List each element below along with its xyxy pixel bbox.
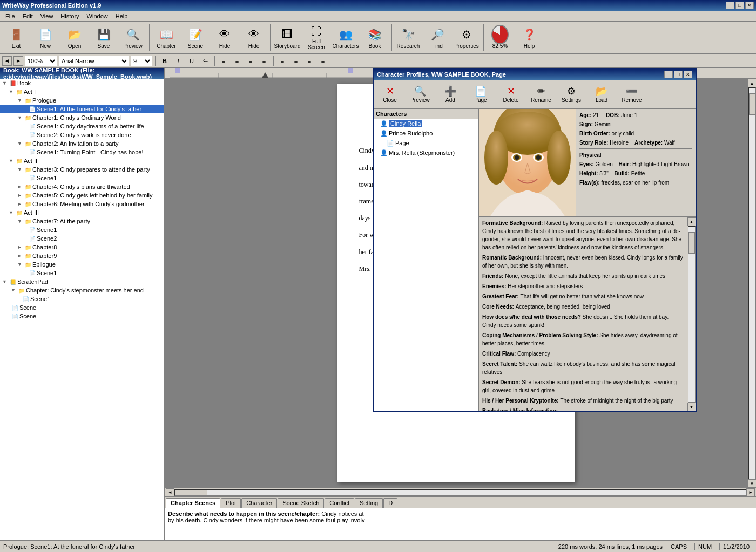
tab-setting[interactable]: Setting [355, 498, 383, 508]
nav-left-button[interactable]: ◄ [2, 56, 12, 66]
properties-button[interactable]: ⚙ Properties [453, 23, 481, 52]
char-list-panel[interactable]: Characters 👤 Cindy Rella 👤 Prince Rudolp… [374, 109, 479, 411]
exit-button[interactable]: 🚪 Exit [2, 23, 30, 52]
tab-character[interactable]: Character [241, 498, 277, 508]
char-add-button[interactable]: ➕ Add [436, 81, 464, 108]
storyboard-button[interactable]: 🎞 Storyboard [273, 23, 301, 52]
char-scroll-thumb[interactable] [688, 232, 695, 254]
scroll-down-button[interactable]: ▼ [748, 479, 757, 488]
align-right-button[interactable]: ≡ [245, 56, 256, 66]
fullscreen-button[interactable]: ⛶ Full Screen [302, 23, 330, 52]
align-left-button[interactable]: ≡ [218, 56, 230, 66]
doc-hscroll[interactable]: ◄ ► [165, 488, 756, 496]
tree-item-act3[interactable]: ▼ 📁 Act III [0, 208, 164, 217]
preview-button[interactable]: 🔍 Preview [119, 23, 147, 52]
char-page-button[interactable]: 📄 Page [467, 81, 495, 108]
menu-history[interactable]: History [57, 12, 82, 21]
hscroll-track[interactable] [174, 489, 746, 496]
save-button[interactable]: 💾 Save [90, 23, 118, 52]
tree-item-ch3[interactable]: ▼ 📁 Chapter3: Cindy prepares to attend t… [0, 165, 164, 174]
scroll-up-button[interactable]: ▲ [748, 79, 757, 87]
char-remove-button[interactable]: ➖ Remove [618, 81, 646, 108]
menu-help[interactable]: Help [112, 12, 131, 21]
tree-item-scratchpad[interactable]: ▼ 📒 ScratchPad [0, 277, 164, 286]
nav-right-button[interactable]: ► [14, 56, 23, 66]
tree-item-scene1-ch1[interactable]: 📄 Scene1: Cindy daydreams of a better li… [0, 122, 164, 131]
tree-item-sp-scene1[interactable]: 📄 Scene1 [0, 295, 164, 303]
tab-plot[interactable]: Plot [221, 498, 241, 508]
menu-view[interactable]: View [37, 12, 57, 21]
char-window-close[interactable]: ✕ [684, 71, 692, 78]
align-center-button[interactable]: ≡ [231, 56, 243, 66]
menu-edit[interactable]: Edit [19, 12, 36, 21]
tree-item-sp-scene3[interactable]: 📄 Scene [0, 312, 164, 321]
tree-item-act1[interactable]: ▼ 📁 Act I [0, 87, 164, 96]
tree-item-ch9[interactable]: ► 📁 Chapter9 [0, 251, 164, 260]
char-list-item-page[interactable]: 📄 Page [374, 138, 478, 148]
characters-button[interactable]: 👥 Characters [332, 23, 360, 52]
doc-vscroll[interactable]: ▲ ▼ [747, 79, 756, 488]
tree-item-scene1-ch2[interactable]: 📄 Scene1: Turning Point - Cindy has hope… [0, 148, 164, 156]
tree-item-book[interactable]: ▼ 📕 Book [0, 79, 164, 87]
tree-item-act2[interactable]: ▼ 📁 Act II [0, 156, 164, 165]
tree-item-ch4[interactable]: ► 📁 Chapter4: Cindy's plans are thwarted [0, 182, 164, 191]
list4-button[interactable]: ≡ [317, 56, 329, 66]
menu-window[interactable]: Window [84, 12, 111, 21]
tab-d[interactable]: D [383, 498, 397, 508]
char-window-maximize[interactable]: □ [674, 71, 683, 78]
tree-item-scene1-ch3[interactable]: 📄 Scene1 [0, 174, 164, 182]
new-button[interactable]: 📄 New [31, 23, 59, 52]
char-preview-button[interactable]: 🔍 Preview [406, 81, 434, 108]
scroll-thumb[interactable] [749, 93, 755, 115]
char-scroll-down-button[interactable]: ▼ [687, 403, 696, 411]
tree-item-scene1-prologue[interactable]: 📄 Scene1: At the funeral for Cindy's fat… [0, 105, 164, 113]
tree-item-scene1-epilogue[interactable]: 📄 Scene1 [0, 269, 164, 277]
chapter-button[interactable]: 📖 Chapter [152, 23, 180, 52]
char-bio-vscroll[interactable]: ▲ ▼ [687, 217, 696, 411]
tree-item-ch7[interactable]: ▼ 📁 Chapter7: At the party [0, 217, 164, 226]
hide1-button[interactable]: 👁 Hide [211, 23, 239, 52]
hscroll-thumb[interactable] [175, 490, 207, 495]
char-settings-button[interactable]: ⚙ Settings [557, 81, 585, 108]
hide2-button[interactable]: 👁 Hide [240, 23, 268, 52]
hscroll-left-button[interactable]: ◄ [166, 488, 174, 497]
minimize-button[interactable]: _ [726, 2, 734, 9]
list2-button[interactable]: ≡ [290, 56, 302, 66]
tree-item-ch8[interactable]: ► 📁 Chapter8 [0, 243, 164, 251]
tree-item-epilogue[interactable]: ▼ 📁 Epilogue [0, 260, 164, 269]
tab-chapter-scenes[interactable]: Chapter Scenes [166, 498, 220, 508]
font-size-select[interactable]: 9 [131, 56, 152, 66]
maximize-button[interactable]: □ [735, 2, 744, 9]
char-window-minimize[interactable]: _ [664, 71, 673, 78]
scene-button[interactable]: 📝 Scene [181, 23, 210, 52]
progress-button[interactable]: 82.5% [486, 23, 514, 52]
close-button[interactable]: ✕ [745, 2, 754, 9]
tree-item-prologue[interactable]: ▼ 📁 Prologue [0, 96, 164, 105]
tab-conflict[interactable]: Conflict [325, 498, 354, 508]
open-button[interactable]: 📂 Open [60, 23, 89, 52]
tree-item-scene2-ch1[interactable]: 📄 Scene2: Cindy's work is never done [0, 131, 164, 139]
underline-button[interactable]: U [186, 56, 198, 66]
bold-button[interactable]: B [159, 56, 171, 66]
help-button[interactable]: ❓ Help [515, 23, 543, 52]
char-load-button[interactable]: 📂 Load [588, 81, 616, 108]
research-button[interactable]: 🔭 Research [394, 23, 422, 52]
tree-item-ch2[interactable]: ▼ 📁 Chapter2: An invitation to a party [0, 139, 164, 148]
tree-item-sp-ch[interactable]: ▼ 📁 Chapter: Cindy's stepmonster meets h… [0, 286, 164, 295]
list1-button[interactable]: ≡ [276, 56, 288, 66]
scroll-track[interactable] [748, 87, 756, 479]
char-rename-button[interactable]: ✏ Rename [527, 81, 555, 108]
book-button[interactable]: 📚 Book [361, 23, 389, 52]
char-scroll-track[interactable] [688, 226, 696, 403]
tree-item-ch5[interactable]: ► 📁 Chapter5: Cindy gets left behind by … [0, 191, 164, 200]
tree-item-scene2-ch7[interactable]: 📄 Scene2 [0, 234, 164, 243]
zoom-select[interactable]: 100% [25, 56, 57, 66]
char-list-item-prince[interactable]: 👤 Prince Rudolpho [374, 128, 478, 138]
tree-item-scene1-ch7[interactable]: 📄 Scene1 [0, 226, 164, 234]
book-tree[interactable]: ▼ 📕 Book ▼ 📁 Act I ▼ 📁 Prologue [0, 79, 164, 540]
menu-file[interactable]: File [2, 12, 18, 21]
tree-item-sp-scene2[interactable]: 📄 Scene [0, 303, 164, 312]
indent-left-button[interactable]: ⇐ [199, 56, 211, 66]
hscroll-right-button[interactable]: ► [746, 488, 755, 497]
tree-item-ch6[interactable]: ► 📁 Chapter6: Meeting with Cindy's godmo… [0, 200, 164, 208]
